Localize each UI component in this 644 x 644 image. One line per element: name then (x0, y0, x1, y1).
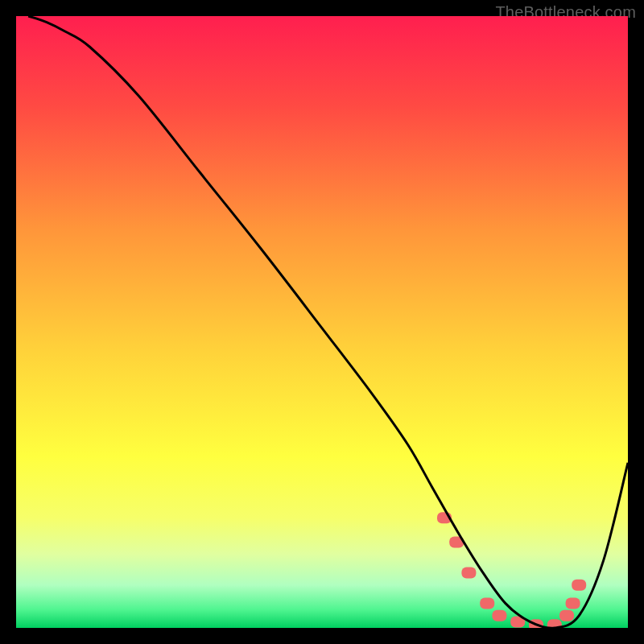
chart-container: TheBottleneck.com (0, 0, 644, 644)
marker-dot (492, 610, 506, 621)
marker-dot (566, 598, 580, 609)
chart-svg (16, 16, 628, 628)
marker-dot (461, 568, 476, 579)
marker-dot (480, 598, 494, 609)
gradient-background (16, 16, 628, 628)
marker-dot (559, 610, 574, 621)
plot-area (16, 16, 628, 628)
marker-dot (572, 580, 586, 591)
